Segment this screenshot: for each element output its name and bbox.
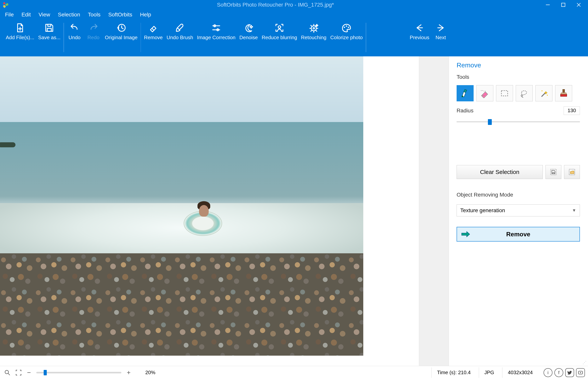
redo-button[interactable]: Redo xyxy=(84,21,103,41)
object-mode-dropdown[interactable]: Texture generation ▼ xyxy=(457,205,580,216)
tool-row xyxy=(457,85,580,101)
twitter-icon[interactable] xyxy=(565,368,574,377)
svg-point-16 xyxy=(344,27,345,28)
svg-point-21 xyxy=(521,95,523,96)
vertical-divider xyxy=(419,56,449,366)
svg-rect-25 xyxy=(563,89,565,92)
svg-point-18 xyxy=(348,27,349,28)
denoise-label: Denoise xyxy=(239,35,258,41)
original-image-button[interactable]: Original Image xyxy=(103,21,140,41)
svg-point-30 xyxy=(5,370,9,374)
svg-point-24 xyxy=(547,95,548,96)
redo-label: Redo xyxy=(87,35,99,41)
facebook-icon[interactable]: f xyxy=(554,368,563,377)
image-correction-label: Image Correction xyxy=(197,35,235,41)
add-files-button[interactable]: Add File(s)... xyxy=(4,21,36,41)
tool-lasso[interactable] xyxy=(516,85,533,101)
svg-point-23 xyxy=(542,90,543,91)
original-image-label: Original Image xyxy=(105,35,138,41)
arrow-left-icon xyxy=(414,23,425,33)
brush-icon xyxy=(175,23,185,33)
reduce-blurring-button[interactable]: Reduce blurring xyxy=(260,21,299,41)
svg-rect-20 xyxy=(501,91,508,96)
history-icon xyxy=(116,23,126,33)
radius-label: Radius xyxy=(457,108,474,114)
undo-label: Undo xyxy=(69,35,81,41)
remove-action-button[interactable]: Remove xyxy=(457,227,580,241)
zoom-reset-button[interactable] xyxy=(3,368,12,377)
sliders-icon xyxy=(211,23,221,33)
tool-rect-select[interactable] xyxy=(496,85,513,101)
tool-marker[interactable] xyxy=(457,85,474,101)
zoom-out-button[interactable]: − xyxy=(26,369,33,376)
save-as-button[interactable]: Save as... xyxy=(36,21,62,41)
toolbar-separator xyxy=(64,23,64,52)
menu-edit[interactable]: Edit xyxy=(20,11,32,18)
previous-label: Previous xyxy=(410,35,429,41)
tool-clone-stamp[interactable] xyxy=(555,85,572,101)
remove-toolbar-button[interactable]: Remove xyxy=(142,21,165,41)
status-format: JPG xyxy=(479,367,500,378)
undo-button[interactable]: Undo xyxy=(65,21,84,41)
arrow-right-icon xyxy=(436,23,446,33)
panel-title: Remove xyxy=(457,61,580,69)
undo-brush-button[interactable]: Undo Brush xyxy=(165,21,195,41)
previous-button[interactable]: Previous xyxy=(408,21,431,41)
arrow-right-bold-icon xyxy=(457,231,474,238)
menu-softorbits[interactable]: SoftOrbits xyxy=(107,11,133,18)
eraser-icon xyxy=(148,23,158,33)
youtube-icon[interactable] xyxy=(576,368,585,377)
add-file-icon xyxy=(15,23,25,33)
close-button[interactable] xyxy=(571,0,587,10)
zoom-percent: 20% xyxy=(145,370,155,376)
radius-slider[interactable] xyxy=(457,118,580,125)
svg-point-13 xyxy=(278,26,281,28)
clear-selection-button[interactable]: Clear Selection xyxy=(457,165,543,179)
info-icon[interactable]: i xyxy=(544,368,553,377)
colorize-photo-label: Colorize photo xyxy=(330,35,363,41)
retouching-label: Retouching xyxy=(301,35,327,41)
statusbar: − + 20% Time (s): 210.4 JPG 4032x3024 i … xyxy=(0,366,588,379)
save-selection-button[interactable] xyxy=(545,165,561,179)
undo-brush-label: Undo Brush xyxy=(166,35,193,41)
reduce-blurring-label: Reduce blurring xyxy=(262,35,297,41)
menu-file[interactable]: File xyxy=(4,11,15,18)
social-links: i f xyxy=(541,368,585,377)
zoom-in-button[interactable]: + xyxy=(125,369,132,376)
menu-selection[interactable]: Selection xyxy=(57,11,81,18)
next-button[interactable]: Next xyxy=(431,21,450,41)
menu-tools[interactable]: Tools xyxy=(87,11,102,18)
remove-toolbar-label: Remove xyxy=(144,35,163,41)
canvas-image xyxy=(0,56,363,356)
app-icon xyxy=(2,1,9,8)
redo-icon xyxy=(88,23,98,33)
colorize-photo-button[interactable]: Colorize photo xyxy=(328,21,365,41)
menu-view[interactable]: View xyxy=(37,11,51,18)
resize-grip-icon[interactable]: ⋰ xyxy=(583,360,587,365)
palette-icon xyxy=(342,23,351,33)
svg-point-17 xyxy=(346,26,347,27)
window-controls xyxy=(540,0,587,10)
menubar: File Edit View Selection Tools SoftOrbit… xyxy=(0,10,588,20)
zoom-slider[interactable] xyxy=(36,372,121,373)
clear-selection-label: Clear Selection xyxy=(480,169,519,175)
canvas-area[interactable] xyxy=(0,56,419,366)
denoise-button[interactable]: Denoise xyxy=(237,21,260,41)
maximize-button[interactable] xyxy=(555,0,571,10)
toolbar-separator xyxy=(141,23,141,52)
load-selection-button[interactable] xyxy=(564,165,580,179)
focus-person-icon xyxy=(274,23,284,33)
tool-magic-wand[interactable] xyxy=(536,85,553,101)
image-correction-button[interactable]: Image Correction xyxy=(195,21,237,41)
tool-eraser[interactable] xyxy=(476,85,493,101)
svg-rect-27 xyxy=(551,169,556,175)
radius-value-input[interactable]: 130 xyxy=(564,106,580,115)
next-label: Next xyxy=(436,35,446,41)
svg-point-14 xyxy=(311,26,316,31)
svg-rect-28 xyxy=(553,173,554,174)
status-time: Time (s): 210.4 xyxy=(431,367,476,378)
minimize-button[interactable] xyxy=(540,0,555,10)
menu-help[interactable]: Help xyxy=(139,11,152,18)
retouching-button[interactable]: Retouching xyxy=(299,21,328,41)
fit-screen-button[interactable] xyxy=(14,368,23,377)
